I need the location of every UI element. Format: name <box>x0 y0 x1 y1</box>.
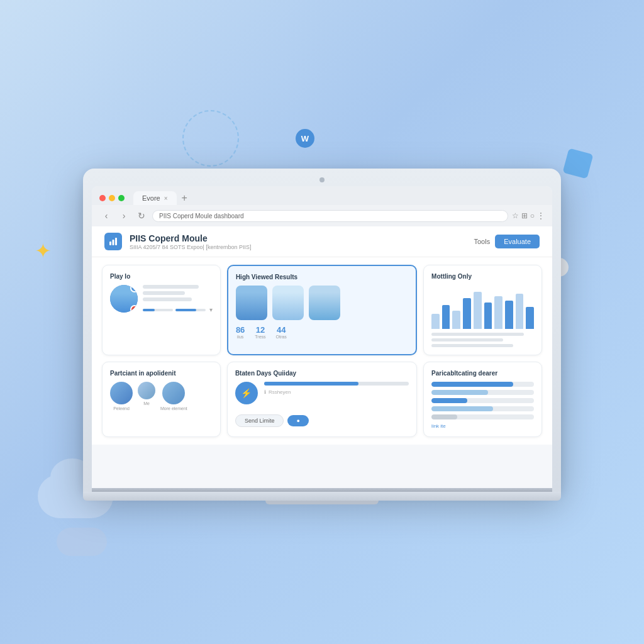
hvr-stats: 86 iius 12 Tress 44 Otras <box>236 325 408 339</box>
laptop-base <box>83 492 561 501</box>
pd-bar-row-2 <box>431 390 534 395</box>
profile-icon[interactable]: ○ <box>530 211 535 220</box>
stat-item-1: 86 iius <box>236 325 245 339</box>
beaten-days-card: Btaten Days Quiiday ⚡ <box>227 362 417 437</box>
pd-bar-fill-4 <box>431 406 493 411</box>
dashboard-grid: Play Io 1 ! <box>92 257 552 445</box>
bds-progress-fill <box>264 382 358 386</box>
pd-bar-track-5 <box>431 414 534 419</box>
new-tab-button[interactable]: + <box>182 193 187 203</box>
svg-rect-1 <box>113 240 114 245</box>
beaten-days-title: Btaten Days Quiiday <box>235 370 409 377</box>
close-button[interactable] <box>99 195 106 201</box>
hvr-photo-2 <box>272 286 304 320</box>
back-button[interactable]: ‹ <box>99 209 113 223</box>
mottling-chart <box>431 285 534 329</box>
avatar-img-2 <box>138 382 155 399</box>
text-line-1 <box>143 285 199 289</box>
participant-avatars: Peleend Me More element <box>110 382 213 411</box>
app-header: PIIS Coperd Moule SIIIA 4205/7 84 SOTS E… <box>92 226 552 257</box>
action-button[interactable]: ● <box>287 415 308 426</box>
progress-row: ▾ <box>143 306 213 313</box>
bar-8 <box>505 301 513 330</box>
svg-rect-0 <box>109 242 111 245</box>
stat-item-2: 12 Tress <box>255 325 265 339</box>
minimize-button[interactable] <box>109 195 115 201</box>
tab-close-icon[interactable]: × <box>164 195 168 202</box>
chart-line-3 <box>431 344 513 347</box>
star-icon[interactable]: ☆ <box>512 211 519 220</box>
progress-bar-1 <box>143 309 173 311</box>
player-text-lines <box>143 285 213 301</box>
progress-fill-2 <box>175 309 197 311</box>
send-button[interactable]: Send Limite <box>235 414 284 427</box>
p-avatar-1: Peleend <box>110 382 133 411</box>
evaluate-button[interactable]: Evaluate <box>495 235 540 248</box>
app-title: PIIS Coperd Moule <box>130 233 467 243</box>
bds-meta-text: Rssheyen <box>269 389 291 395</box>
app-subtitle: SIIIA 4205/7 84 SOTS Expoo| [kentrembon … <box>130 244 467 250</box>
browser-window: Evore × + ‹ › ↻ PIIS Coperd Moule dashbo… <box>92 186 552 488</box>
pd-bar-fill-1 <box>431 382 513 387</box>
hvr-photo-1 <box>236 286 267 320</box>
chart-line-2 <box>431 338 503 341</box>
pd-bar-fill-5 <box>431 414 457 419</box>
avatar-label-1: Peleend <box>113 406 130 411</box>
bds-icon: ⚡ <box>235 382 258 404</box>
player-info: ▾ <box>143 285 213 313</box>
play-io-title: Play Io <box>110 273 213 280</box>
menu-icon[interactable]: ⋮ <box>537 211 545 220</box>
high-viewed-title: High Viewed Results <box>236 274 408 280</box>
maximize-button[interactable] <box>118 195 125 201</box>
toolbar-icons: ☆ ⊞ ○ ⋮ <box>512 211 545 220</box>
progress-bar-2 <box>175 309 206 311</box>
forward-button[interactable]: › <box>117 209 131 223</box>
browser-tab[interactable]: Evore × <box>133 191 177 205</box>
pd-bar-track-2 <box>431 390 534 395</box>
bar-6 <box>484 303 492 329</box>
bds-meta: ℹ Rssheyen <box>264 389 409 395</box>
refresh-button[interactable]: ↻ <box>135 209 148 223</box>
bar-7 <box>494 296 502 330</box>
traffic-lights <box>99 195 125 201</box>
pd-link[interactable]: link ite <box>431 423 534 429</box>
bar-2 <box>442 305 450 330</box>
beaten-days-content: ⚡ ℹ Rssheyen <box>235 382 409 427</box>
high-viewed-card: High Viewed Results <box>227 265 417 355</box>
p-avatar-2: Me <box>138 382 155 411</box>
app-title-group: PIIS Coperd Moule SIIIA 4205/7 84 SOTS E… <box>130 233 467 250</box>
text-line-2 <box>143 291 185 295</box>
participating-dealer-card: Paricabltcating dearer <box>423 362 542 437</box>
chart-line-1 <box>431 333 524 336</box>
blue-square-deco <box>563 148 594 179</box>
pd-bar-fill-3 <box>431 398 467 403</box>
w-badge: W <box>296 129 314 148</box>
player-avatar: 1 ! <box>110 285 138 313</box>
stat-num-2: 12 <box>255 325 265 335</box>
progress-fill-1 <box>143 309 155 311</box>
avatar-label-3: More element <box>160 406 187 411</box>
mottling-only-title: Mottling Only <box>431 273 534 280</box>
tab-title: Evore <box>142 194 160 202</box>
grid-icon[interactable]: ⊞ <box>521 211 528 220</box>
bar-5 <box>474 292 482 330</box>
chart-lines <box>431 333 534 347</box>
bar-10 <box>526 307 534 329</box>
tools-button[interactable]: Tools <box>474 238 491 245</box>
browser-toolbar: ‹ › ↻ PIIS Coperd Moule dashboard ☆ ⊞ ○ … <box>92 205 552 226</box>
avatar-img-1 <box>110 382 133 404</box>
avatar-img-3 <box>162 382 185 404</box>
pd-bar-row-1 <box>431 382 534 387</box>
bds-actions: Send Limite ● <box>235 414 409 427</box>
address-bar[interactable]: PIIS Coperd Moule dashboard <box>152 210 508 222</box>
pd-bar-track-4 <box>431 406 534 411</box>
play-io-card: Play Io 1 ! <box>102 265 221 355</box>
chevron-down-icon[interactable]: ▾ <box>209 306 213 313</box>
stat-num-3: 44 <box>276 325 287 335</box>
pd-bar-row-3 <box>431 398 534 403</box>
mottling-only-card: Mottling Only <box>423 265 542 355</box>
stat-label-3: Otras <box>276 335 287 339</box>
dashed-circle-deco <box>182 110 239 167</box>
browser-titlebar: Evore × + <box>92 186 552 205</box>
pd-bar-track-1 <box>431 382 534 387</box>
